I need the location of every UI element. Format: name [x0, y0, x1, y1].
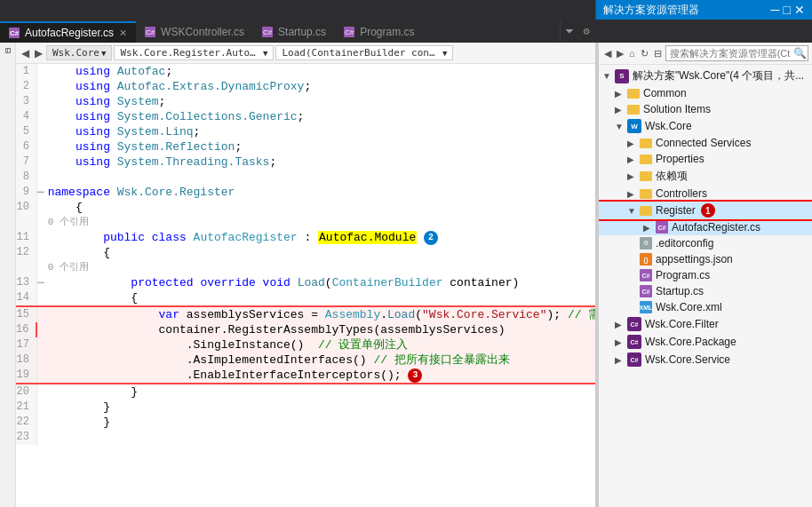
tab-autofacregister[interactable]: C# AutofacRegister.cs ✕	[0, 21, 136, 43]
tab-scroll-btn[interactable]: ⏷	[560, 20, 577, 43]
line-indicator-3	[36, 94, 44, 109]
se-nav-back[interactable]: ◀	[602, 48, 613, 59]
address-seg1[interactable]: Wsk.Core ▼	[46, 45, 112, 60]
se-tree[interactable]: ▼ S 解决方案"Wsk.Core"(4 个项目，共... ▶ Common ▶…	[599, 65, 812, 507]
tab-bar	[0, 0, 595, 20]
tab-program[interactable]: C# Program.cs	[335, 21, 423, 43]
code-line-15: 15 var assemblysServices = Assembly.Load…	[16, 306, 595, 322]
tree-item-properties[interactable]: ▶ Properties	[599, 151, 812, 167]
tree-item-startup-cs[interactable]: C# Startup.cs	[599, 283, 812, 299]
code-line-12: 12 {	[16, 245, 595, 260]
properties-label: Properties	[656, 153, 705, 165]
tab-cs-icon: C#	[9, 28, 20, 38]
tab-label-wsk: WSKController.cs	[161, 26, 244, 38]
tree-item-appsettings[interactable]: {} appsettings.json	[599, 251, 812, 267]
left-toolbar: ⊟	[0, 43, 16, 507]
seg1-arrow: ▼	[101, 49, 106, 58]
line-indicator-ref2	[36, 260, 44, 275]
line-num-ref1	[16, 215, 36, 230]
line-code-13: protected override void Load(ContainerBu…	[44, 275, 595, 290]
line-indicator-19	[36, 368, 44, 384]
register-label: Register	[656, 204, 696, 217]
address-seg2[interactable]: Wsk.Core.Register.AutofacRe... ▼	[114, 45, 274, 60]
common-label: Common	[643, 87, 687, 99]
code-line-1: 1 using Autofac;	[16, 64, 595, 79]
se-min-btn[interactable]: ─	[771, 3, 780, 17]
tab-label-startup: Startup.cs	[278, 26, 326, 38]
autofacregister-label: AutofacRegister.cs	[672, 221, 760, 234]
line-num-19: 19	[16, 368, 36, 384]
tree-item-wsk-core-service[interactable]: ▶ C# Wsk.Core.Service	[599, 351, 812, 368]
nav-forward-btn[interactable]: ▶	[33, 47, 44, 59]
tree-solution-root[interactable]: ▼ S 解决方案"Wsk.Core"(4 个项目，共...	[599, 67, 812, 85]
se-close-btn[interactable]: ✕	[794, 3, 805, 17]
tree-item-common[interactable]: ▶ Common	[599, 85, 812, 101]
line-indicator-7	[36, 154, 44, 170]
tree-item-solution-items[interactable]: ▶ Solution Items	[599, 101, 812, 117]
line-indicator-5	[36, 124, 44, 139]
line-num-4: 4	[16, 109, 36, 124]
line-num-ref2	[16, 260, 36, 275]
tree-item-connected-services[interactable]: ▶ Connected Services	[599, 135, 812, 151]
tree-item-dependencies[interactable]: ▶ 依赖项	[599, 167, 812, 186]
common-folder-icon	[627, 89, 640, 99]
wsk-proj-icon: W	[627, 119, 641, 133]
tab-close-autofac[interactable]: ✕	[119, 28, 127, 39]
nav-back-btn[interactable]: ◀	[20, 47, 31, 59]
code-line-20: 20 }	[16, 384, 595, 400]
tree-item-wsk-core-package[interactable]: ▶ C# Wsk.Core.Package	[599, 333, 812, 351]
vt-btn-1[interactable]: ⊟	[1, 46, 14, 55]
line-indicator-8	[36, 170, 44, 185]
line-num-5: 5	[16, 124, 36, 139]
connected-services-label: Connected Services	[656, 137, 751, 149]
tree-item-wsk-core-xml[interactable]: XML Wsk.Core.xml	[599, 299, 812, 315]
se-nav-forward[interactable]: ▶	[615, 48, 625, 59]
line-code-8	[44, 170, 595, 185]
se-max-btn[interactable]: □	[784, 3, 791, 17]
se-home[interactable]: ⌂	[627, 48, 637, 59]
address-seg1-label: Wsk.Core	[52, 47, 100, 59]
line-code-21: }	[44, 400, 595, 415]
code-line-18: 18 .AsImplementedInterfaces() // 把所有接口全暴…	[16, 353, 595, 368]
line-num-17: 17	[16, 337, 36, 353]
wsk-filter-label: Wsk.Core.Filter	[645, 318, 719, 330]
line-code-5: using System.Linq;	[44, 124, 595, 139]
se-search-input[interactable]	[665, 45, 808, 61]
tree-item-register[interactable]: ▼ Register 1	[599, 202, 812, 219]
code-line-ref1: 0 个引用	[16, 215, 595, 230]
editorconfig-label: .editorconfig	[656, 237, 713, 250]
tab-settings-btn[interactable]: ⚙	[577, 20, 595, 43]
tree-item-controllers[interactable]: ▶ Controllers	[599, 186, 812, 202]
line-indicator-4	[36, 109, 44, 124]
code-line-7: 7 using System.Threading.Tasks;	[16, 154, 595, 170]
tab-startup[interactable]: C# Startup.cs	[253, 21, 335, 43]
tree-item-wsk-core-filter[interactable]: ▶ C# Wsk.Core.Filter	[599, 315, 812, 333]
se-refresh[interactable]: ↻	[639, 48, 650, 59]
wsk-package-label: Wsk.Core.Package	[645, 336, 736, 348]
code-line-13: 13 ─ protected override void Load(Contai…	[16, 275, 595, 290]
line-indicator-17	[36, 337, 44, 353]
address-bar: ◀ ▶ Wsk.Core ▼ Wsk.Core.Register.Autofac…	[16, 43, 595, 64]
wsk-core-xml-label: Wsk.Core.xml	[656, 301, 722, 313]
line-indicator-14	[36, 290, 44, 306]
wsk-service-label: Wsk.Core.Service	[645, 353, 730, 366]
line-num-16: 16	[16, 322, 36, 337]
tree-item-editorconfig[interactable]: ⚙ .editorconfig	[599, 235, 812, 251]
solution-explorer-panel: ◀ ▶ ⌂ ↻ ⊟ 🔍 ▼ S 解决方案"Wsk.Core"(4	[598, 43, 812, 507]
tree-item-autofacregister[interactable]: ▶ C# AutofacRegister.cs	[599, 219, 812, 235]
line-indicator-6	[36, 139, 44, 154]
tree-item-wsk-core[interactable]: ▼ W Wsk.Core	[599, 117, 812, 135]
prop-folder-icon	[640, 154, 652, 164]
startup-cs-label: Startup.cs	[656, 285, 704, 297]
line-indicator-15	[36, 306, 44, 322]
tree-item-program-cs[interactable]: C# Program.cs	[599, 267, 812, 283]
code-line-5: 5 using System.Linq;	[16, 124, 595, 139]
search-icon: 🔍	[793, 47, 807, 59]
tab-program-icon: C#	[344, 27, 354, 37]
se-collapse[interactable]: ⊟	[652, 48, 664, 59]
tab-wsk[interactable]: C# WSKController.cs	[136, 21, 253, 43]
code-area[interactable]: 1 using Autofac; 2 using Autofac.Extras.…	[16, 64, 595, 507]
address-seg3[interactable]: Load(ContainerBuilder contair... ▼	[275, 45, 453, 60]
editor-panel: ◀ ▶ Wsk.Core ▼ Wsk.Core.Register.Autofac…	[16, 43, 595, 507]
line-num-15: 15	[16, 306, 36, 322]
